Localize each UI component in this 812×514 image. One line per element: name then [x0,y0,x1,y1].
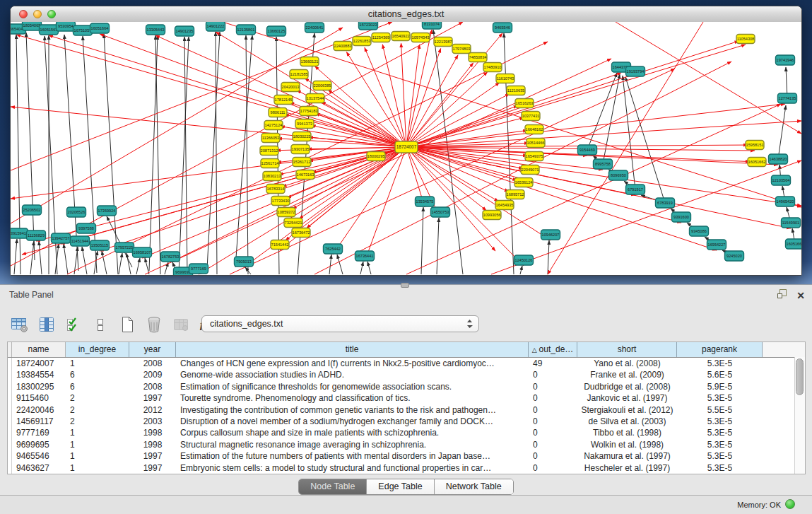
cell-short[interactable]: Hescheler et al. (1997) [577,462,677,474]
column-header-indegree[interactable]: in_degree [66,342,129,357]
graph-node-teal[interactable]: 16736441 [355,251,375,261]
graph-node-yellow[interactable]: 17480910 [483,63,502,72]
graph-node-yellow[interactable]: 12261853 [353,37,371,46]
cell-title[interactable]: Changes of HCN gene expression and I(f) … [176,358,529,369]
graph-node-yellow[interactable]: 19307135 [291,145,310,154]
graph-node-yellow[interactable]: 15958151 [746,141,764,150]
graph-node-teal[interactable]: 19193794 [626,66,645,76]
graph-node-teal[interactable]: 8995758 [594,159,613,169]
cell-outde[interactable]: 0 [529,381,577,392]
cell-title[interactable]: Tourette syndrome. Phenomenology and cla… [176,392,529,404]
cell-indegree[interactable]: 1 [66,439,129,450]
graph-node-teal[interactable]: 15723023 [359,22,378,30]
tab-network-table[interactable]: Network Table [435,479,513,494]
graph-node-yellow[interactable]: 11610743 [496,74,514,83]
cell-outde[interactable]: 0 [529,439,577,450]
cell-short[interactable]: Nakamura et al. (1997) [577,450,677,462]
graph-node-teal[interactable]: 8096950 [609,170,628,180]
network-graph[interactable]: 1665404118054065160515639530954167510571… [11,22,801,275]
graph-node-teal[interactable]: 14638820 [769,154,788,164]
cell-title[interactable]: Investigating the contribution of common… [176,404,529,416]
graph-node-teal[interactable]: 11156829 [27,230,46,240]
cell-pagerank[interactable]: 5.3E-5 [677,358,763,369]
cell-name[interactable]: 9115460 [12,392,66,404]
graph-node-teal[interactable]: 14965420 [776,197,795,206]
checkbox-list-icon[interactable] [90,314,110,335]
cell-title[interactable]: Corpus callosum shape and size in male p… [176,427,529,438]
graph-node-yellow[interactable]: 11054308 [736,35,755,44]
graph-node-yellow[interactable]: 16895712 [506,190,524,199]
graph-node-yellow[interactable]: 10830213 [263,172,281,181]
cell-indegree[interactable]: 1 [66,427,129,438]
graph-node-teal[interactable]: 17359924 [98,206,117,216]
graph-node-yellow[interactable]: 18030225 [293,132,311,141]
cell-name[interactable]: 14569117 [12,416,66,427]
graph-node-teal[interactable]: 9391600 [672,212,691,222]
cell-short[interactable]: de Silva et al. (2003) [577,416,677,427]
graph-node-yellow[interactable]: 22049071 [521,165,539,175]
graph-node-yellow[interactable]: 17754183 [300,107,318,116]
graph-node-yellow[interactable]: 16648162 [525,125,543,134]
graph-node-teal[interactable]: 18054065 [23,22,42,30]
table-mode-icon[interactable] [10,314,30,335]
graph-node-yellow[interactable]: 22400883 [334,42,352,51]
graph-node-yellow[interactable]: 13660121 [300,57,319,66]
graph-node-teal[interactable]: 12103564 [772,175,791,185]
graph-node-yellow[interactable]: 16783314 [266,185,285,194]
close-panel-icon[interactable]: ✕ [796,291,805,300]
graph-hub-node[interactable]: 18724007 [395,141,418,153]
delete-trash-icon[interactable] [144,314,164,335]
column-header-pagerank[interactable]: pagerank [677,342,763,357]
column-header-outde[interactable]: △out_de… [529,342,577,357]
cell-year[interactable]: 1997 [129,462,176,474]
graph-node-yellow[interactable]: 71541442 [271,240,289,250]
cell-short[interactable]: Yano et al. (2008) [577,358,677,369]
cell-title[interactable]: Estimation of significance thresholds fo… [176,381,529,392]
float-panel-icon[interactable] [777,288,788,302]
graph-node-teal[interactable]: 9530954 [57,22,76,31]
graph-node-teal[interactable]: 16051563 [40,25,59,35]
cell-year[interactable]: 1998 [129,439,176,450]
graph-node-yellow[interactable]: 18300295 [367,152,385,161]
cell-pagerank[interactable]: 5.5E-5 [677,404,763,416]
graph-node-teal[interactable]: 6791917 [626,185,645,194]
table-select-dropdown[interactable]: citations_edges.txt [201,315,479,332]
graph-node-teal[interactable]: 16751057 [73,25,93,35]
cell-outde[interactable]: 0 [529,427,577,438]
graph-node-yellow[interactable]: 10993056 [483,211,501,220]
cell-name[interactable]: 19384554 [12,369,66,380]
cell-indegree[interactable]: 2 [66,404,129,416]
cell-pagerank[interactable]: 5.3E-5 [677,427,763,438]
graph-node-yellow[interactable]: 11210635 [507,86,525,95]
graph-node-yellow[interactable]: 11254369 [372,33,390,42]
cell-name[interactable]: 9465546 [12,450,66,462]
graph-node-yellow[interactable]: 17812145 [274,95,293,105]
graph-node-teal[interactable]: 17957225 [115,243,134,252]
graph-node-yellow[interactable]: 13137544 [306,94,324,103]
graph-node-yellow[interactable]: 16549375 [525,152,543,161]
tab-edge-table[interactable]: Edge Table [367,479,434,494]
graph-node-yellow[interactable]: 9941373 [295,119,314,129]
graph-node-yellow[interactable]: 16516263 [515,99,534,108]
cell-short[interactable]: Stergiakouli et al. (2012) [577,404,677,416]
graph-node-teal[interactable]: 16051664 [90,23,110,33]
column-header-short[interactable]: short [577,342,677,357]
cell-pagerank[interactable]: 5.6E-5 [677,369,763,380]
cell-indegree[interactable]: 1 [66,462,129,474]
graph-node-teal[interactable]: 19741946 [776,55,795,65]
graph-node-teal[interactable]: 14901235 [175,26,194,36]
cell-year[interactable]: 2009 [129,369,176,380]
graph-node-yellow[interactable]: 12561714 [261,159,279,168]
graph-node-yellow[interactable]: 14275124 [264,121,283,130]
graph-node-yellow[interactable]: 10859372 [277,208,295,217]
cell-indegree[interactable]: 2 [66,416,129,427]
cell-pagerank[interactable]: 5.3E-5 [677,462,763,474]
tab-node-table[interactable]: Node Table [299,479,367,494]
cell-name[interactable]: 9699695 [12,439,66,450]
graph-node-yellow[interactable]: 9806111 [269,108,287,117]
scrollbar-thumb[interactable] [796,358,804,395]
cell-year[interactable]: 2012 [129,404,176,416]
new-document-icon[interactable] [117,314,137,335]
graph-node-yellow[interactable]: 15361712 [293,158,311,167]
column-header-title[interactable]: title [176,342,529,357]
